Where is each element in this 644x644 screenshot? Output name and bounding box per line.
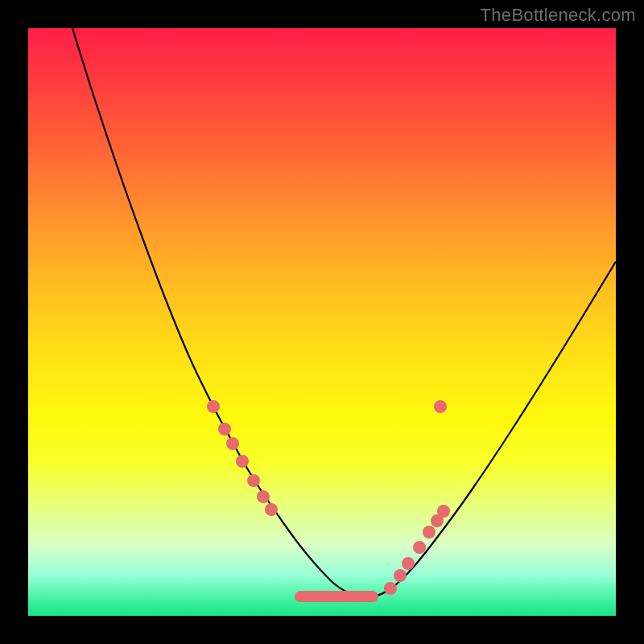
data-marker (218, 423, 231, 436)
curve-svg (28, 28, 616, 616)
data-marker (394, 569, 407, 582)
data-marker (384, 582, 397, 595)
chart-frame: TheBottleneck.com (0, 0, 644, 644)
data-marker (257, 490, 270, 503)
plot-area (28, 28, 616, 616)
data-marker (247, 474, 260, 487)
data-marker (413, 541, 426, 554)
data-marker (236, 455, 249, 468)
left-marker-cluster (207, 400, 278, 516)
data-marker (423, 526, 436, 539)
data-marker (437, 505, 450, 518)
right-marker-cluster (384, 400, 450, 595)
data-marker (402, 557, 415, 570)
bottleneck-curve (72, 28, 616, 597)
watermark-text: TheBottleneck.com (481, 5, 636, 26)
data-marker (207, 400, 220, 413)
data-marker (265, 503, 278, 516)
data-marker (434, 400, 447, 413)
data-marker (226, 437, 239, 450)
